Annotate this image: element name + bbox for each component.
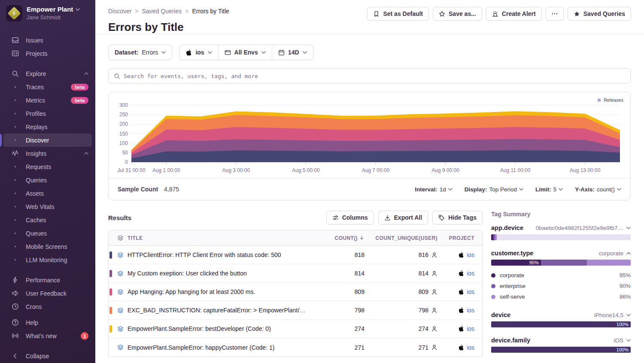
- tag-summary-panel: Tag Summary app.device 0baebc0de4982f125…: [491, 211, 631, 363]
- sidebar-item-help[interactable]: Help: [3, 316, 92, 329]
- display-selector[interactable]: Display:Top Period: [465, 186, 523, 193]
- sidebar-item-metrics[interactable]: Metricsbeta: [3, 94, 92, 107]
- search-input[interactable]: [124, 73, 625, 79]
- breadcrumb-separator: >: [185, 8, 188, 15]
- column-count[interactable]: COUNT(): [313, 235, 365, 241]
- org-switcher[interactable]: Empower Plant Jane Schmidt: [0, 5, 95, 27]
- sidebar-item-traces[interactable]: Tracesbeta: [3, 80, 92, 94]
- stack-icon[interactable]: [113, 289, 128, 295]
- sidebar-item-issues[interactable]: Issues: [3, 33, 92, 47]
- table-row[interactable]: EmpowerPlant.SampleError: happyCustomer …: [109, 338, 482, 357]
- sidebar-item-performance[interactable]: Performance: [3, 273, 92, 287]
- table-row[interactable]: EmpowerPlant.SampleError: bestDeveloper …: [109, 320, 482, 338]
- stack-icon[interactable]: [113, 307, 128, 314]
- limit-selector[interactable]: Limit:5: [535, 186, 563, 193]
- apple-icon: [458, 252, 464, 258]
- tag-distribution-bar[interactable]: 100%: [491, 347, 631, 353]
- project-link[interactable]: ios: [467, 288, 474, 295]
- create-alert-button[interactable]: Create Alert: [486, 7, 542, 21]
- save-as-button[interactable]: Save as...: [433, 7, 482, 21]
- error-title-link[interactable]: EmpowerPlant.SampleError: bestDeveloper …: [128, 325, 313, 332]
- project-link[interactable]: ios: [467, 270, 474, 277]
- column-count-unique[interactable]: COUNT_UNIQUE(USER): [365, 235, 437, 241]
- sidebar-item-label: LLM Monitoring: [26, 257, 67, 263]
- sidebar-item-label: Discover: [26, 137, 49, 144]
- sidebar-item-assets[interactable]: Assets: [3, 187, 92, 200]
- sidebar-item-explore[interactable]: Explore: [3, 67, 92, 80]
- project-link[interactable]: ios: [467, 325, 474, 332]
- tag-value-toggle[interactable]: corporate: [599, 250, 631, 257]
- errors-over-time-chart[interactable]: 050100150200250300Jul 31 00:00Aug 1 00:0…: [109, 92, 630, 178]
- more-options-button[interactable]: [546, 7, 564, 21]
- error-title-link[interactable]: EXC_BAD_INSTRUCTION: captureFatalError: …: [128, 307, 313, 314]
- error-title-link[interactable]: My Custom exeption: User clicked the but…: [128, 270, 313, 277]
- breadcrumb-saved-queries[interactable]: Saved Queries: [142, 8, 182, 15]
- table-row[interactable]: EXC_BAD_INSTRUCTION: captureFatalError: …: [109, 301, 482, 320]
- sidebar-item-collapse[interactable]: Collapse: [3, 349, 92, 363]
- tag-distribution-bar[interactable]: 100%: [491, 321, 631, 327]
- column-project[interactable]: PROJECT: [437, 235, 482, 241]
- legend-percent: 86%: [620, 293, 631, 300]
- stack-icon[interactable]: [113, 326, 128, 332]
- sidebar-item-label: What's new: [26, 333, 57, 339]
- table-row[interactable]: HTTPClientError: HTTP Client Error with …: [109, 246, 482, 264]
- tag-distribution-bar[interactable]: [491, 234, 631, 240]
- error-title-link[interactable]: HTTPClientError: HTTP Client Error with …: [128, 251, 313, 258]
- stack-icon[interactable]: [113, 270, 128, 277]
- dataset-selector[interactable]: Dataset: Errors: [108, 45, 172, 60]
- sidebar-item-profiles[interactable]: Profiles: [3, 107, 92, 120]
- table-row[interactable]: My Custom exeption: User clicked the but…: [109, 264, 482, 283]
- legend-label: enterprise: [500, 283, 526, 289]
- export-all-button[interactable]: Export All: [378, 211, 428, 224]
- sidebar-item-insights[interactable]: Insights: [3, 147, 92, 160]
- breadcrumb-discover[interactable]: Discover: [108, 8, 131, 15]
- beta-badge: beta: [71, 97, 88, 104]
- stack-icon: [113, 235, 128, 241]
- project-link[interactable]: ios: [467, 307, 474, 314]
- tag-legend-row[interactable]: self-serve86%: [491, 291, 631, 302]
- tag-value-toggle[interactable]: iPhone14,5: [594, 312, 631, 318]
- date-range-filter[interactable]: 14D: [272, 45, 313, 60]
- sidebar-item-caches[interactable]: Caches: [3, 213, 92, 227]
- tag-value-toggle[interactable]: iOS: [614, 337, 631, 344]
- sidebar-item-crons[interactable]: Crons: [3, 300, 92, 313]
- error-title-link[interactable]: EmpowerPlant.SampleError: happyCustomer …: [128, 344, 313, 351]
- tag-legend-row[interactable]: enterprise90%: [491, 281, 631, 291]
- interval-selector[interactable]: Interval:1d: [415, 186, 453, 193]
- hide-tags-button[interactable]: Hide Tags: [432, 211, 483, 224]
- sidebar-item-user-feedback[interactable]: User Feedback: [3, 287, 92, 300]
- siren-icon: [492, 11, 498, 17]
- tag-value-toggle[interactable]: 0baebc0de4982f1255f2e9e9fb7…: [536, 225, 631, 231]
- sidebar-item-mobile-screens[interactable]: Mobile Screens: [3, 240, 92, 253]
- project-link[interactable]: ios: [467, 251, 474, 258]
- error-title-link[interactable]: App Hanging: App hanging for at least 20…: [128, 288, 313, 295]
- sidebar-item-discover[interactable]: Discover: [3, 133, 92, 147]
- sidebar-item-queues[interactable]: Queues: [3, 227, 92, 240]
- saved-queries-button[interactable]: Saved Queries: [568, 7, 631, 21]
- sidebar-item-what-s-new[interactable]: What's new1: [3, 329, 92, 342]
- sidebar-item-queries[interactable]: Queries: [3, 173, 92, 187]
- chevron-left-icon: [10, 352, 20, 360]
- y-axis-selector[interactable]: Y-Axis:count(): [575, 186, 621, 193]
- project-filter[interactable]: ios: [179, 45, 218, 60]
- columns-button[interactable]: Columns: [326, 211, 374, 224]
- chart-legend[interactable]: Releases: [597, 97, 623, 103]
- sidebar-item-web-vitals[interactable]: Web Vitals: [3, 200, 92, 213]
- project-link[interactable]: ios: [467, 344, 474, 351]
- stack-icon[interactable]: [113, 344, 128, 351]
- environment-filter[interactable]: All Envs: [218, 45, 272, 60]
- tag-legend-row[interactable]: corporate95%: [491, 270, 631, 281]
- table-row[interactable]: App Hanging: App hanging for at least 20…: [109, 283, 482, 301]
- sidebar-item-replays[interactable]: Replays: [3, 120, 92, 133]
- sidebar-item-llm-monitoring[interactable]: LLM Monitoring: [3, 253, 92, 266]
- column-title[interactable]: TITLE: [128, 235, 313, 241]
- results-table-body: HTTPClientError: HTTP Client Error with …: [109, 246, 482, 357]
- set-as-default-button[interactable]: Set as Default: [367, 7, 429, 21]
- stack-icon[interactable]: [113, 252, 128, 258]
- sidebar-item-projects[interactable]: Projects: [3, 47, 92, 60]
- tag-legend: corporate95%enterprise90%self-serve86%: [491, 270, 631, 302]
- sidebar-item-requests[interactable]: Requests: [3, 160, 92, 173]
- svg-text:Aug 1 00:00: Aug 1 00:00: [152, 167, 180, 173]
- tag-distribution-bar[interactable]: 95%: [491, 260, 631, 266]
- project-value: ios: [195, 49, 204, 56]
